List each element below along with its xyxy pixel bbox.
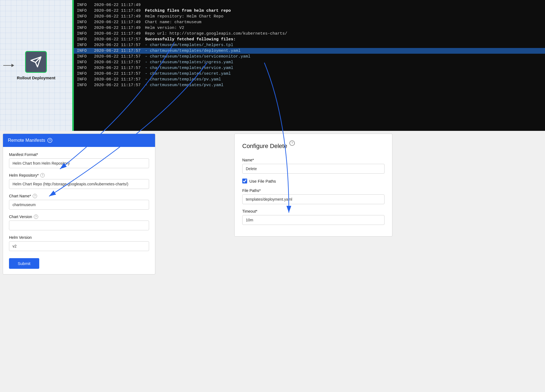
chart-version-group: Chart Version ? xyxy=(9,215,149,230)
timeout-label: Timeout* xyxy=(242,209,384,213)
remote-manifests-help-icon[interactable]: ? xyxy=(47,138,52,143)
green-bar xyxy=(72,0,74,131)
chart-name-help-icon[interactable]: ? xyxy=(33,194,37,198)
helm-repository-group: Helm Repository* ? xyxy=(9,173,149,189)
deploy-icon xyxy=(30,56,42,68)
chart-version-label: Chart Version ? xyxy=(9,215,149,219)
log-line: INFO2020-06-22 11:17:57- chartmuseum/tem… xyxy=(74,42,545,48)
panel-body: Manifest Format* Helm Repository* ? Char… xyxy=(3,147,155,274)
chart-name-group: Chart Name* ? xyxy=(9,194,149,210)
arrow-head xyxy=(11,64,14,67)
log-line: INFO2020-06-22 11:17:57- chartmuseum/tem… xyxy=(74,65,545,71)
workflow-node: Rollout Deployment xyxy=(17,51,56,80)
helm-version-label: Helm Version xyxy=(9,235,149,240)
submit-button[interactable]: Submit xyxy=(9,258,39,269)
chart-name-input[interactable] xyxy=(9,200,149,210)
workflow-arrow xyxy=(3,64,14,67)
log-line: INFO2020-06-22 11:17:49Chart name: chart… xyxy=(74,19,545,25)
log-line: INFO2020-06-22 11:17:57Successfully fetc… xyxy=(74,37,545,42)
node-label: Rollout Deployment xyxy=(17,76,56,80)
node-icon-box[interactable] xyxy=(25,51,47,73)
log-line: INFO2020-06-22 11:17:57- chartmuseum/tem… xyxy=(74,82,545,88)
log-line: INFO2020-06-22 11:17:57- chartmuseum/tem… xyxy=(74,59,545,65)
log-line: INFO2020-06-22 11:17:49Helm version: V2 xyxy=(74,25,545,31)
chart-version-help-icon[interactable]: ? xyxy=(34,215,38,219)
log-line: INFO2020-06-22 11:17:57- chartmuseum/tem… xyxy=(74,48,545,54)
use-file-paths-row: Use File Paths xyxy=(242,179,384,183)
log-line: INFO2020-06-22 11:17:49Helm repository: … xyxy=(74,14,545,19)
configure-title-text: Configure Delete xyxy=(242,143,287,150)
log-line: INFO2020-06-22 11:17:57- chartmuseum/tem… xyxy=(74,77,545,82)
log-line: INFO2020-06-22 11:17:49 xyxy=(74,2,545,8)
timeout-group: Timeout* xyxy=(242,209,384,225)
remote-manifests-panel: Remote Manifests ? Manifest Format* Helm… xyxy=(3,134,155,275)
delete-name-input[interactable] xyxy=(242,164,384,174)
chart-version-input[interactable] xyxy=(9,221,149,230)
delete-name-label: Name* xyxy=(242,158,384,162)
log-line: INFO2020-06-22 11:17:57- chartmuseum/tem… xyxy=(74,71,545,77)
use-file-paths-checkbox[interactable] xyxy=(242,179,247,183)
panel-header: Remote Manifests ? xyxy=(3,134,155,147)
log-line: INFO2020-06-22 11:17:49Repo url: http://… xyxy=(74,31,545,37)
configure-delete-panel: Configure Delete ? Name* Use File Paths … xyxy=(234,134,392,237)
log-line: INFO2020-06-22 11:17:57- chartmuseum/tem… xyxy=(74,54,545,59)
panel-title: Remote Manifests xyxy=(8,138,45,143)
workflow-area: Rollout Deployment xyxy=(0,0,72,131)
configure-body: Configure Delete ? Name* Use File Paths … xyxy=(235,134,392,236)
helm-version-input[interactable] xyxy=(9,241,149,251)
helm-version-group: Helm Version xyxy=(9,235,149,251)
helm-repository-label: Helm Repository* ? xyxy=(9,173,149,177)
helm-repository-input[interactable] xyxy=(9,179,149,189)
file-paths-group: File Paths* xyxy=(242,188,384,204)
file-paths-input[interactable] xyxy=(242,194,384,204)
delete-name-group: Name* xyxy=(242,158,384,174)
configure-delete-help-icon[interactable]: ? xyxy=(289,140,295,146)
configure-title: Configure Delete ? xyxy=(242,140,384,152)
terminal-area: INFO2020-06-22 11:17:49INFO2020-06-22 11… xyxy=(74,0,545,131)
manifest-format-group: Manifest Format* xyxy=(9,152,149,168)
log-line: INFO2020-06-22 11:17:49Fetching files fr… xyxy=(74,8,545,14)
chart-name-label: Chart Name* ? xyxy=(9,194,149,198)
manifest-format-label: Manifest Format* xyxy=(9,152,149,157)
timeout-input[interactable] xyxy=(242,215,384,225)
file-paths-label: File Paths* xyxy=(242,188,384,193)
manifest-format-input[interactable] xyxy=(9,158,149,168)
helm-repo-help-icon[interactable]: ? xyxy=(40,173,45,177)
use-file-paths-label: Use File Paths xyxy=(249,179,276,183)
arrow-line xyxy=(3,65,11,66)
